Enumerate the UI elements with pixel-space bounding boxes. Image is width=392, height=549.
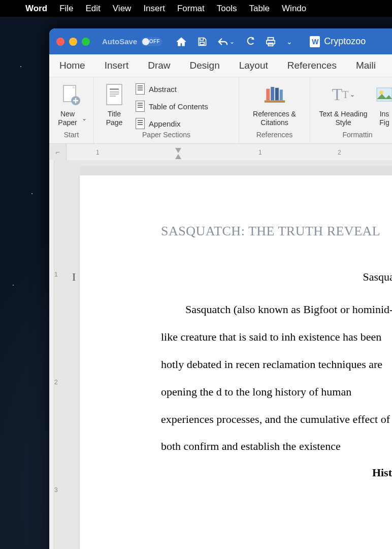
references-citations-button[interactable]: References & Citations bbox=[244, 81, 305, 127]
ribbon: New Paper⌄ Start Title Page Abstract bbox=[49, 77, 392, 144]
indent-marker-bottom[interactable] bbox=[175, 154, 181, 159]
chevron-down-icon[interactable]: ⌄ bbox=[350, 91, 355, 98]
menu-file[interactable]: File bbox=[53, 4, 79, 14]
minimize-icon[interactable] bbox=[69, 38, 77, 46]
svg-rect-6 bbox=[110, 88, 119, 90]
menu-window[interactable]: Windo bbox=[276, 4, 312, 14]
svg-rect-12 bbox=[275, 88, 278, 101]
tab-layout[interactable]: Layout bbox=[238, 57, 269, 74]
tab-insert[interactable]: Insert bbox=[104, 57, 130, 74]
menu-format[interactable]: Format bbox=[171, 4, 211, 14]
word-window: AutoSave OFF ⌄ ⌄ bbox=[49, 28, 392, 549]
document-subtitle: Sasquat bbox=[363, 270, 392, 283]
print-icon[interactable] bbox=[265, 37, 276, 47]
ribbon-tabs: Home Insert Draw Design Layout Reference… bbox=[49, 54, 392, 77]
customize-toolbar-icon[interactable]: ⌄ bbox=[286, 38, 292, 46]
text-heading-style-button[interactable]: TT⌄ Text & Heading Style bbox=[315, 81, 371, 127]
svg-rect-15 bbox=[377, 88, 392, 101]
horizontal-ruler[interactable]: ⌐ 1 1 2 bbox=[49, 144, 392, 160]
insert-figure-button[interactable]: Ins Fig bbox=[374, 81, 392, 127]
text-cursor-icon: I bbox=[72, 270, 76, 284]
vertical-ruler[interactable]: 1 2 3 bbox=[49, 160, 54, 549]
svg-rect-8 bbox=[110, 94, 119, 95]
menu-insert[interactable]: Insert bbox=[137, 4, 171, 14]
svg-rect-10 bbox=[266, 89, 270, 101]
svg-rect-9 bbox=[110, 96, 116, 97]
macos-menubar: Word File Edit View Insert Format Tools … bbox=[0, 0, 392, 17]
zoom-icon[interactable] bbox=[82, 38, 90, 46]
group-caption-start: Start bbox=[54, 129, 88, 141]
title-page-button[interactable]: Title Page bbox=[99, 81, 129, 127]
toc-button[interactable]: Table of Contents bbox=[133, 99, 211, 114]
close-icon[interactable] bbox=[56, 38, 64, 46]
page-icon bbox=[136, 118, 145, 129]
tab-mailings[interactable]: Maili bbox=[355, 57, 377, 74]
page-icon bbox=[136, 83, 145, 95]
traffic-lights bbox=[56, 38, 90, 46]
tab-design[interactable]: Design bbox=[189, 57, 221, 74]
undo-icon[interactable]: ⌄ bbox=[217, 37, 235, 47]
group-caption-references: References bbox=[244, 129, 305, 141]
page-icon bbox=[136, 101, 145, 112]
menu-edit[interactable]: Edit bbox=[80, 4, 107, 14]
abstract-button[interactable]: Abstract bbox=[133, 81, 211, 97]
autosave-toggle[interactable]: AutoSave OFF bbox=[102, 37, 162, 46]
tab-stop-selector[interactable]: ⌐ bbox=[49, 144, 67, 160]
chevron-down-icon[interactable]: ⌄ bbox=[230, 38, 235, 45]
document-body: Sasquatch (also known as Bigfoot or homi… bbox=[161, 296, 392, 460]
home-icon[interactable] bbox=[176, 37, 187, 47]
svg-rect-7 bbox=[110, 92, 119, 93]
document-title[interactable]: Cryptozoo bbox=[310, 36, 366, 47]
indent-marker-top[interactable] bbox=[175, 148, 181, 153]
tab-home[interactable]: Home bbox=[58, 57, 86, 74]
svg-point-16 bbox=[379, 90, 383, 95]
svg-rect-11 bbox=[271, 87, 274, 100]
document-header: SASQUATCH: THE TRUTH REVEAL bbox=[161, 224, 392, 239]
menu-tools[interactable]: Tools bbox=[211, 4, 243, 14]
chevron-down-icon[interactable]: ⌄ bbox=[82, 115, 87, 122]
document-workspace: 1 2 3 SASQUATCH: THE TRUTH REVEAL I Sasq… bbox=[49, 160, 392, 549]
document-page[interactable]: SASQUATCH: THE TRUTH REVEAL I Sasquat Sa… bbox=[80, 175, 392, 549]
save-icon[interactable] bbox=[197, 37, 207, 47]
menu-view[interactable]: View bbox=[107, 4, 138, 14]
window-titlebar: AutoSave OFF ⌄ ⌄ bbox=[49, 28, 392, 54]
autosave-switch[interactable]: OFF bbox=[141, 37, 162, 46]
menu-table[interactable]: Table bbox=[243, 4, 276, 14]
group-caption-paper-sections: Paper Sections bbox=[99, 129, 234, 141]
menu-app[interactable]: Word bbox=[19, 4, 53, 14]
appendix-button[interactable]: Appendix bbox=[133, 116, 211, 131]
document-heading2: Histo bbox=[161, 466, 392, 479]
svg-rect-13 bbox=[279, 89, 282, 100]
new-paper-button[interactable]: New Paper⌄ bbox=[54, 81, 87, 127]
word-file-icon bbox=[310, 36, 320, 47]
tab-references[interactable]: References bbox=[286, 57, 338, 74]
svg-rect-14 bbox=[264, 100, 284, 102]
tab-draw[interactable]: Draw bbox=[147, 57, 171, 74]
redo-icon[interactable] bbox=[245, 37, 255, 47]
autosave-label: AutoSave bbox=[102, 37, 137, 46]
group-caption-formatting: Formattin bbox=[315, 129, 392, 141]
